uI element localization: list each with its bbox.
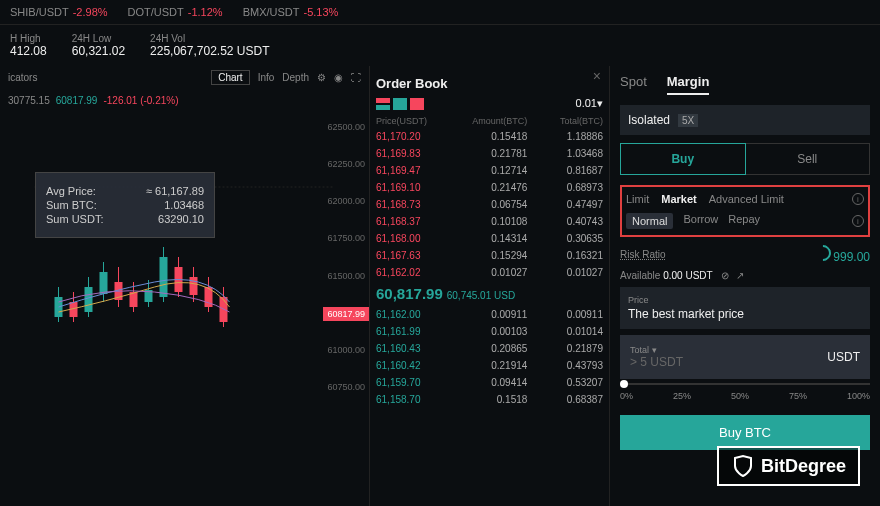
- bid-row[interactable]: 61,158.700.15180.68387: [376, 391, 603, 408]
- ask-row[interactable]: 61,169.100.214760.68973: [376, 179, 603, 196]
- chart-tooltip: Avg Price:≈ 61,167.89 Sum BTC:1.03468 Su…: [35, 172, 215, 238]
- orderbook-mode-both-icon[interactable]: [376, 98, 390, 110]
- indicators-label[interactable]: icators: [8, 72, 37, 83]
- price-input[interactable]: Price The best market price: [620, 287, 870, 329]
- margin-action-normal[interactable]: Normal: [626, 213, 673, 229]
- order-type-advanced[interactable]: Advanced Limit: [709, 193, 784, 205]
- chart-canvas[interactable]: Avg Price:≈ 61,167.89 Sum BTC:1.03468 Su…: [0, 112, 369, 392]
- bid-row[interactable]: 61,161.990.001030.01014: [376, 323, 603, 340]
- svg-rect-25: [376, 98, 390, 103]
- orderbook-panel: × Order Book 0.01▾ Price(USDT) Amount(BT…: [370, 66, 610, 506]
- info-icon[interactable]: i: [852, 193, 864, 205]
- camera-icon[interactable]: ◉: [334, 72, 343, 83]
- low-label: 24H Low: [72, 33, 125, 44]
- low-value: 60,321.02: [72, 44, 125, 58]
- settings-icon[interactable]: ⚙: [317, 72, 326, 83]
- submit-buy-button[interactable]: Buy BTC: [620, 415, 870, 450]
- ask-row[interactable]: 61,168.730.067540.47497: [376, 196, 603, 213]
- total-input[interactable]: Total ▾ > 5 USDT USDT: [620, 335, 870, 379]
- margin-action-borrow[interactable]: Borrow: [683, 213, 718, 229]
- vol-value: 225,067,702.52 USDT: [150, 44, 269, 58]
- col-total: Total(BTC): [527, 116, 603, 126]
- chevron-down-icon: ▾: [652, 345, 657, 355]
- ohlc-readout: 30775.15 60817.99 -126.01 (-0.21%): [0, 89, 369, 112]
- risk-ratio-value: 999.00: [833, 250, 870, 264]
- ask-row[interactable]: 61,162.020.010270.01027: [376, 264, 603, 281]
- chevron-down-icon: ▾: [597, 97, 603, 109]
- buy-toggle[interactable]: Buy: [620, 143, 746, 175]
- stats-bar: H High412.08 24H Low60,321.02 24H Vol225…: [0, 25, 880, 66]
- margin-action-repay[interactable]: Repay: [728, 213, 760, 229]
- svg-rect-27: [393, 98, 407, 110]
- orderbook-mode-asks-icon[interactable]: [410, 98, 424, 110]
- chart-panel: icators Chart Info Depth ⚙ ◉ ⛶ 30775.15 …: [0, 66, 370, 506]
- branding-overlay: BitDegree: [717, 446, 860, 486]
- high-value: 412.08: [10, 44, 47, 58]
- high-label: H High: [10, 33, 47, 44]
- bid-row[interactable]: 61,160.430.208650.21879: [376, 340, 603, 357]
- ask-row[interactable]: 61,169.470.127140.81687: [376, 162, 603, 179]
- trade-panel: Spot Margin Isolated 5X Buy Sell Limit M…: [610, 66, 880, 506]
- tab-margin[interactable]: Margin: [667, 74, 710, 95]
- ask-row[interactable]: 61,167.630.152940.16321: [376, 247, 603, 264]
- precision-dropdown[interactable]: 0.01▾: [576, 97, 603, 110]
- price-axis: 62500.00 62250.00 62000.00 61750.00 6150…: [327, 122, 365, 392]
- ticker-item[interactable]: DOT/USDT-1.12%: [128, 6, 223, 18]
- ask-row[interactable]: 61,169.830.217811.03468: [376, 145, 603, 162]
- info-icon[interactable]: i: [852, 215, 864, 227]
- ticker-item[interactable]: BMX/USDT-5.13%: [243, 6, 339, 18]
- svg-rect-26: [376, 105, 390, 110]
- transfer-icon[interactable]: ↗: [736, 270, 744, 281]
- swap-icon[interactable]: ⊘: [721, 270, 729, 281]
- bid-row[interactable]: 61,160.420.219140.43793: [376, 357, 603, 374]
- leverage-badge[interactable]: 5X: [678, 114, 698, 127]
- margin-mode-selector[interactable]: Isolated 5X: [620, 105, 870, 135]
- close-icon[interactable]: ×: [593, 68, 601, 84]
- ask-row[interactable]: 61,168.000.143140.30635: [376, 230, 603, 247]
- chart-tab-info[interactable]: Info: [258, 72, 275, 83]
- orderbook-title: Order Book: [376, 76, 603, 91]
- available-balance: Available 0.00 USDT ⊘ ↗: [620, 270, 870, 281]
- mid-price: 60,817.9960,745.01 USD: [376, 285, 603, 302]
- chart-tab-chart[interactable]: Chart: [211, 70, 249, 85]
- ticker-item[interactable]: SHIB/USDT-2.98%: [10, 6, 108, 18]
- order-type-limit[interactable]: Limit: [626, 193, 649, 205]
- amount-slider[interactable]: 0% 25% 50% 75% 100%: [620, 391, 870, 401]
- ask-row[interactable]: 61,168.370.101080.40743: [376, 213, 603, 230]
- bid-row[interactable]: 61,159.700.094140.53207: [376, 374, 603, 391]
- vol-label: 24H Vol: [150, 33, 269, 44]
- bid-row[interactable]: 61,162.000.009110.00911: [376, 306, 603, 323]
- svg-rect-28: [410, 98, 424, 110]
- current-price-badge: 60817.99: [323, 307, 369, 321]
- fullscreen-icon[interactable]: ⛶: [351, 72, 361, 83]
- col-amount: Amount(BTC): [452, 116, 528, 126]
- sell-toggle[interactable]: Sell: [746, 143, 871, 175]
- ask-row[interactable]: 61,170.200.154181.18886: [376, 128, 603, 145]
- orderbook-mode-bids-icon[interactable]: [393, 98, 407, 110]
- ticker-bar: SHIB/USDT-2.98% DOT/USDT-1.12% BMX/USDT-…: [0, 0, 880, 25]
- gauge-icon: [811, 242, 834, 265]
- chart-tab-depth[interactable]: Depth: [282, 72, 309, 83]
- col-price: Price(USDT): [376, 116, 452, 126]
- risk-ratio-label: Risk Ratio: [620, 249, 666, 260]
- tab-spot[interactable]: Spot: [620, 74, 647, 95]
- order-type-market[interactable]: Market: [661, 193, 696, 205]
- highlight-box: Limit Market Advanced Limit i Normal Bor…: [620, 185, 870, 237]
